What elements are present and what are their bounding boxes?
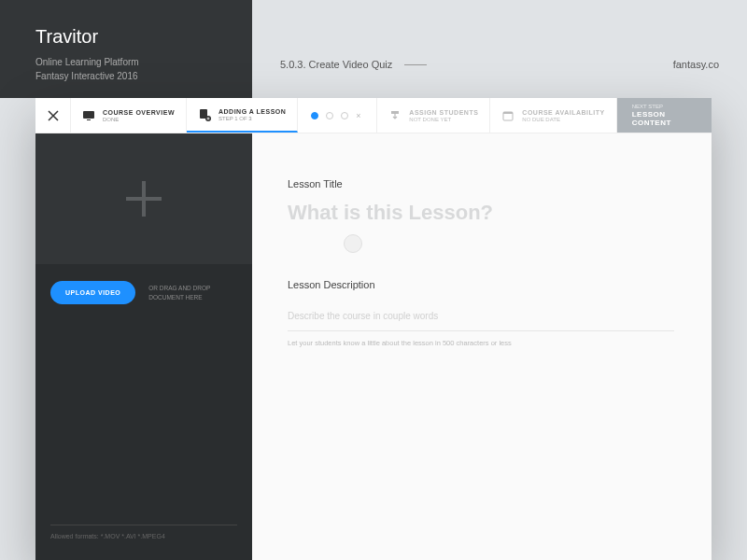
lesson-description-hint: Let your students know a little about th…: [288, 339, 674, 347]
header-brand-block: Travitor Online Learning Platform Fantas…: [0, 0, 252, 98]
upload-lower: Allowed formats: *.MOV *.AVI *.MPEG4: [35, 321, 252, 560]
upload-dropzone[interactable]: [35, 133, 252, 264]
lesson-form: Lesson Title Lesson Description Let your…: [252, 133, 712, 560]
step-course-availability[interactable]: COURSE AVAILABILITY NO DUE DATE: [490, 98, 616, 133]
step-sub: NOT DONE YET: [409, 117, 478, 122]
step-title: ASSIGN STUDENTS: [409, 109, 478, 116]
next-step-button[interactable]: NEXT STEP LESSON CONTENT: [617, 98, 712, 133]
cursor-indicator-icon: [344, 234, 362, 253]
upload-video-button[interactable]: UPLOAD VIDEO: [50, 281, 135, 304]
svg-rect-1: [87, 119, 91, 120]
progress-dot-1[interactable]: [311, 112, 318, 119]
drag-hint: OR DRAG AND DROP DOCUMENT HERE: [148, 284, 210, 301]
step-overview[interactable]: COURSE OVERVIEW DONE: [71, 98, 187, 133]
progress-close-icon[interactable]: ×: [356, 112, 363, 119]
step-sub: STEP 1 OF 3: [218, 116, 286, 121]
close-icon: [48, 110, 59, 121]
lesson-title-input[interactable]: [288, 201, 674, 225]
page-header: Travitor Online Learning Platform Fantas…: [0, 0, 747, 98]
step-sub: NO DUE DATE: [522, 117, 604, 122]
editor-card: COURSE OVERVIEW DONE ADDING A LESSON STE…: [35, 98, 712, 560]
brand-title: Travitor: [35, 26, 252, 48]
breadcrumb-text: 5.0.3. Create Video Quiz: [280, 59, 392, 70]
svg-rect-0: [83, 111, 94, 119]
lesson-description-input[interactable]: [288, 301, 674, 331]
breadcrumb: 5.0.3. Create Video Quiz: [280, 59, 427, 70]
lesson-description-block: Lesson Description Let your students kno…: [288, 279, 674, 347]
note-add-icon: [198, 108, 211, 121]
step-progress-dots: ×: [298, 98, 377, 133]
plus-icon: [126, 181, 162, 217]
upload-controls: UPLOAD VIDEO OR DRAG AND DROP DOCUMENT H…: [35, 264, 252, 321]
step-title: COURSE AVAILABILITY: [522, 109, 604, 116]
step-sub: DONE: [103, 117, 175, 122]
step-title: ADDING A LESSON: [218, 108, 286, 115]
close-button[interactable]: [35, 98, 71, 133]
breadcrumb-line-icon: [404, 64, 427, 65]
svg-rect-4: [391, 111, 399, 114]
next-step-title: LESSON CONTENT: [632, 110, 700, 127]
assign-icon: [388, 109, 402, 122]
calendar-icon: [501, 109, 514, 122]
svg-rect-6: [503, 112, 513, 114]
header-meta: 5.0.3. Create Video Quiz fantasy.co: [252, 0, 747, 98]
drag-hint-line1: OR DRAG AND DROP: [148, 284, 210, 292]
allowed-formats: Allowed formats: *.MOV *.AVI *.MPEG4: [50, 525, 237, 539]
brand-subtitle-1: Online Learning Platform: [35, 55, 252, 69]
monitor-icon: [82, 109, 95, 122]
lesson-description-label: Lesson Description: [288, 279, 674, 290]
external-brand: fantasy.co: [673, 59, 719, 70]
step-title: COURSE OVERVIEW: [103, 109, 175, 116]
main-area: UPLOAD VIDEO OR DRAG AND DROP DOCUMENT H…: [35, 133, 712, 560]
lesson-title-label: Lesson Title: [288, 178, 674, 189]
next-step-sup: NEXT STEP: [632, 104, 700, 109]
drag-hint-line2: DOCUMENT HERE: [148, 293, 210, 301]
step-adding-lesson[interactable]: ADDING A LESSON STEP 1 OF 3: [187, 98, 298, 133]
step-assign-students[interactable]: ASSIGN STUDENTS NOT DONE YET: [377, 98, 490, 133]
step-bar: COURSE OVERVIEW DONE ADDING A LESSON STE…: [35, 98, 712, 133]
brand-subtitle-2: Fantasy Interactive 2016: [35, 69, 252, 83]
upload-panel: UPLOAD VIDEO OR DRAG AND DROP DOCUMENT H…: [35, 133, 252, 560]
progress-dot-3[interactable]: [341, 112, 348, 119]
progress-dot-2[interactable]: [326, 112, 333, 119]
